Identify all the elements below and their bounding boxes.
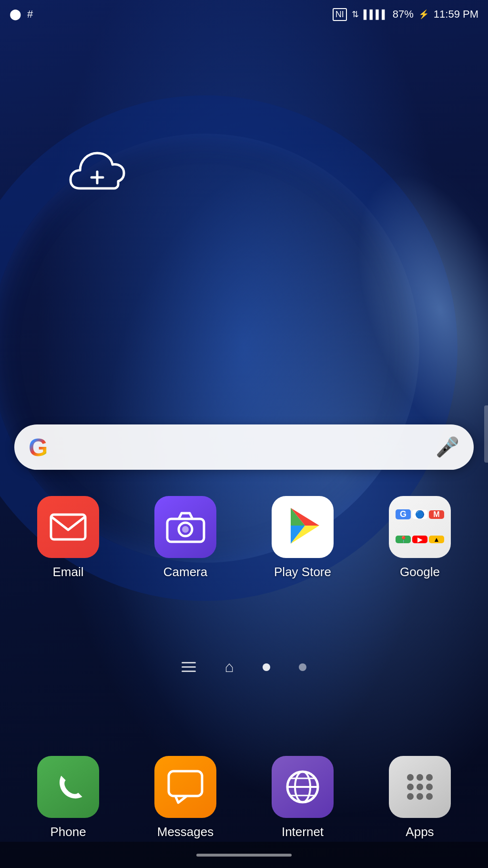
status-right-info: NI ⇅ ▌▌▌▌ 87% ⚡ 11:59 PM <box>333 8 478 21</box>
svg-point-21 <box>417 784 423 790</box>
status-left-icons: ⬤ # <box>10 8 33 21</box>
svg-point-25 <box>426 793 433 800</box>
phone-label: Phone <box>50 825 86 839</box>
status-bar: ⬤ # NI ⇅ ▌▌▌▌ 87% ⚡ 11:59 PM <box>0 0 488 29</box>
home-indicator <box>196 854 292 857</box>
clock: 11:59 PM <box>434 8 478 21</box>
email-app[interactable]: Email <box>37 496 99 579</box>
camera-label: Camera <box>163 565 207 579</box>
google-logo: G <box>29 435 48 460</box>
messages-icon <box>154 756 216 818</box>
playstore-app[interactable]: Play Store <box>272 496 334 579</box>
home-button[interactable]: ⌂ <box>224 658 234 676</box>
google-folder-app[interactable]: G 🔵 M 📍 ▶ ▲ Google <box>389 496 451 579</box>
messages-label: Messages <box>157 825 214 839</box>
dock: Phone Messages Internet <box>0 756 488 839</box>
apps-icon <box>389 756 451 818</box>
google-search-bar[interactable]: G 🎤 <box>14 424 474 470</box>
page-dot-2 <box>299 663 306 671</box>
battery-percent: 87% <box>393 8 414 21</box>
signal-icon: ▌▌▌▌ <box>364 10 388 20</box>
hashtag-icon: # <box>27 8 33 21</box>
app-grid: Email Camera Play Store <box>0 496 488 579</box>
svg-point-19 <box>426 774 433 781</box>
svg-point-18 <box>417 774 423 781</box>
svg-rect-11 <box>169 771 202 796</box>
microphone-icon[interactable]: 🎤 <box>436 436 459 458</box>
phone-app[interactable]: Phone <box>37 756 99 839</box>
cloud-add-widget[interactable] <box>57 143 133 202</box>
playstore-icon <box>272 496 334 558</box>
right-edge-swipe-indicator[interactable] <box>484 405 488 463</box>
notification-icon: ⬤ <box>10 8 21 21</box>
battery-icon: ⚡ <box>418 9 429 20</box>
menu-button[interactable] <box>182 662 196 672</box>
svg-point-5 <box>182 526 189 533</box>
internet-icon <box>272 756 334 818</box>
navigation-bar: ⌂ <box>0 649 488 685</box>
svg-point-24 <box>417 793 423 800</box>
svg-rect-2 <box>51 515 85 539</box>
svg-point-17 <box>407 774 414 781</box>
internet-app[interactable]: Internet <box>272 756 334 839</box>
svg-point-20 <box>407 784 414 790</box>
bottom-bar <box>0 842 488 868</box>
apps-app[interactable]: Apps <box>389 756 451 839</box>
email-icon <box>37 496 99 558</box>
google-folder-icon: G 🔵 M 📍 ▶ ▲ <box>389 496 451 558</box>
phone-icon <box>37 756 99 818</box>
nfc-icon: NI <box>333 8 347 21</box>
internet-label: Internet <box>282 825 324 839</box>
email-label: Email <box>52 565 83 579</box>
svg-point-23 <box>407 793 414 800</box>
camera-icon <box>154 496 216 558</box>
svg-point-22 <box>426 784 433 790</box>
google-label: Google <box>400 565 440 579</box>
data-icon: ⇅ <box>352 9 359 20</box>
messages-app[interactable]: Messages <box>154 756 216 839</box>
page-dot-1 <box>263 663 270 671</box>
apps-label: Apps <box>406 825 434 839</box>
camera-app[interactable]: Camera <box>154 496 216 579</box>
playstore-label: Play Store <box>274 565 331 579</box>
